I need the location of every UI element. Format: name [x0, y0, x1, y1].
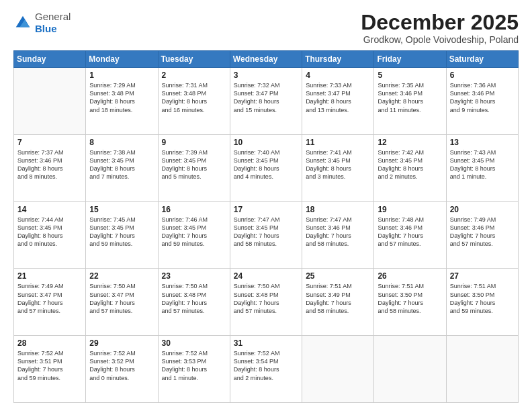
logo: General Blue	[13, 11, 71, 35]
day-info: Sunrise: 7:52 AM Sunset: 3:54 PM Dayligh…	[234, 349, 298, 382]
title-block: December 2025 Grodkow, Opole Voivodeship…	[361, 11, 519, 45]
calendar-cell: 6Sunrise: 7:36 AM Sunset: 3:46 PM Daylig…	[446, 68, 518, 135]
day-info: Sunrise: 7:45 AM Sunset: 3:45 PM Dayligh…	[89, 216, 154, 248]
day-info: Sunrise: 7:29 AM Sunset: 3:48 PM Dayligh…	[89, 81, 154, 114]
day-info: Sunrise: 7:31 AM Sunset: 3:48 PM Dayligh…	[162, 81, 226, 114]
calendar-cell: 29Sunrise: 7:52 AM Sunset: 3:52 PM Dayli…	[86, 336, 158, 403]
day-info: Sunrise: 7:48 AM Sunset: 3:46 PM Dayligh…	[378, 216, 442, 248]
day-info: Sunrise: 7:49 AM Sunset: 3:46 PM Dayligh…	[450, 216, 515, 248]
header: General Blue December 2025 Grodkow, Opol…	[13, 11, 519, 45]
day-number: 13	[450, 138, 515, 147]
day-number: 7	[17, 138, 82, 147]
calendar-cell: 25Sunrise: 7:51 AM Sunset: 3:49 PM Dayli…	[302, 269, 374, 336]
day-number: 10	[234, 138, 298, 147]
calendar-header-sunday: Sunday	[14, 51, 86, 68]
page: General Blue December 2025 Grodkow, Opol…	[0, 0, 532, 411]
day-number: 1	[89, 71, 154, 80]
calendar-cell: 28Sunrise: 7:52 AM Sunset: 3:51 PM Dayli…	[14, 336, 86, 403]
calendar-week-0: 1Sunrise: 7:29 AM Sunset: 3:48 PM Daylig…	[14, 68, 519, 135]
calendar-cell: 14Sunrise: 7:44 AM Sunset: 3:45 PM Dayli…	[14, 201, 86, 269]
logo-general-text: General	[35, 11, 71, 22]
day-info: Sunrise: 7:51 AM Sunset: 3:50 PM Dayligh…	[378, 282, 442, 315]
day-number: 30	[162, 338, 226, 348]
day-info: Sunrise: 7:52 AM Sunset: 3:51 PM Dayligh…	[17, 349, 82, 382]
day-number: 28	[17, 338, 82, 348]
month-title: December 2025	[361, 11, 519, 34]
day-number: 22	[89, 271, 154, 281]
logo-blue-text: Blue	[35, 23, 57, 34]
day-number: 6	[450, 71, 515, 80]
day-number: 23	[162, 271, 226, 281]
calendar-cell: 20Sunrise: 7:49 AM Sunset: 3:46 PM Dayli…	[446, 201, 518, 269]
day-info: Sunrise: 7:39 AM Sunset: 3:45 PM Dayligh…	[162, 148, 226, 181]
calendar-cell: 18Sunrise: 7:47 AM Sunset: 3:46 PM Dayli…	[302, 201, 374, 269]
calendar-header-saturday: Saturday	[446, 51, 518, 68]
day-number: 20	[450, 205, 515, 214]
calendar-week-3: 21Sunrise: 7:49 AM Sunset: 3:47 PM Dayli…	[14, 269, 519, 336]
location: Grodkow, Opole Voivodeship, Poland	[361, 34, 519, 45]
day-number: 26	[378, 271, 442, 281]
calendar-cell: 24Sunrise: 7:50 AM Sunset: 3:48 PM Dayli…	[230, 269, 302, 336]
day-info: Sunrise: 7:50 AM Sunset: 3:47 PM Dayligh…	[89, 282, 154, 315]
day-info: Sunrise: 7:52 AM Sunset: 3:52 PM Dayligh…	[89, 349, 154, 382]
day-info: Sunrise: 7:47 AM Sunset: 3:45 PM Dayligh…	[234, 216, 298, 248]
day-info: Sunrise: 7:36 AM Sunset: 3:46 PM Dayligh…	[450, 81, 515, 114]
calendar-week-4: 28Sunrise: 7:52 AM Sunset: 3:51 PM Dayli…	[14, 336, 519, 403]
calendar-cell: 1Sunrise: 7:29 AM Sunset: 3:48 PM Daylig…	[86, 68, 158, 135]
calendar-cell: 21Sunrise: 7:49 AM Sunset: 3:47 PM Dayli…	[14, 269, 86, 336]
calendar-cell: 27Sunrise: 7:51 AM Sunset: 3:50 PM Dayli…	[446, 269, 518, 336]
day-number: 31	[234, 338, 298, 348]
calendar-cell: 17Sunrise: 7:47 AM Sunset: 3:45 PM Dayli…	[230, 201, 302, 269]
day-info: Sunrise: 7:47 AM Sunset: 3:46 PM Dayligh…	[306, 216, 370, 248]
calendar-week-2: 14Sunrise: 7:44 AM Sunset: 3:45 PM Dayli…	[14, 201, 519, 269]
day-number: 24	[234, 271, 298, 281]
calendar-cell: 26Sunrise: 7:51 AM Sunset: 3:50 PM Dayli…	[374, 269, 446, 336]
calendar-cell: 13Sunrise: 7:43 AM Sunset: 3:45 PM Dayli…	[446, 134, 518, 201]
day-info: Sunrise: 7:51 AM Sunset: 3:50 PM Dayligh…	[450, 282, 515, 315]
calendar-cell	[302, 336, 374, 403]
day-number: 19	[378, 205, 442, 214]
day-info: Sunrise: 7:44 AM Sunset: 3:45 PM Dayligh…	[17, 216, 82, 248]
day-info: Sunrise: 7:42 AM Sunset: 3:45 PM Dayligh…	[378, 148, 442, 181]
day-number: 8	[89, 138, 154, 147]
day-info: Sunrise: 7:51 AM Sunset: 3:49 PM Dayligh…	[306, 282, 370, 315]
day-info: Sunrise: 7:41 AM Sunset: 3:45 PM Dayligh…	[306, 148, 370, 181]
day-number: 15	[89, 205, 154, 214]
day-info: Sunrise: 7:37 AM Sunset: 3:46 PM Dayligh…	[17, 148, 82, 181]
day-number: 9	[162, 138, 226, 147]
day-info: Sunrise: 7:46 AM Sunset: 3:45 PM Dayligh…	[162, 216, 226, 248]
calendar-cell: 8Sunrise: 7:38 AM Sunset: 3:45 PM Daylig…	[86, 134, 158, 201]
day-number: 29	[89, 338, 154, 348]
calendar-cell	[446, 336, 518, 403]
calendar-week-1: 7Sunrise: 7:37 AM Sunset: 3:46 PM Daylig…	[14, 134, 519, 201]
day-number: 11	[306, 138, 370, 147]
calendar-header-wednesday: Wednesday	[230, 51, 302, 68]
day-number: 27	[450, 271, 515, 281]
day-number: 2	[162, 71, 226, 80]
day-info: Sunrise: 7:32 AM Sunset: 3:47 PM Dayligh…	[234, 81, 298, 114]
calendar: SundayMondayTuesdayWednesdayThursdayFrid…	[13, 50, 519, 403]
logo-icon	[13, 13, 32, 32]
day-number: 14	[17, 205, 82, 214]
logo-text: General Blue	[35, 11, 71, 35]
calendar-header-tuesday: Tuesday	[158, 51, 230, 68]
calendar-cell	[374, 336, 446, 403]
calendar-header-row: SundayMondayTuesdayWednesdayThursdayFrid…	[14, 51, 519, 68]
calendar-cell: 16Sunrise: 7:46 AM Sunset: 3:45 PM Dayli…	[158, 201, 230, 269]
calendar-cell: 12Sunrise: 7:42 AM Sunset: 3:45 PM Dayli…	[374, 134, 446, 201]
calendar-header-monday: Monday	[86, 51, 158, 68]
day-info: Sunrise: 7:43 AM Sunset: 3:45 PM Dayligh…	[450, 148, 515, 181]
day-number: 17	[234, 205, 298, 214]
calendar-cell: 23Sunrise: 7:50 AM Sunset: 3:48 PM Dayli…	[158, 269, 230, 336]
day-info: Sunrise: 7:40 AM Sunset: 3:45 PM Dayligh…	[234, 148, 298, 181]
calendar-cell: 5Sunrise: 7:35 AM Sunset: 3:46 PM Daylig…	[374, 68, 446, 135]
calendar-cell: 3Sunrise: 7:32 AM Sunset: 3:47 PM Daylig…	[230, 68, 302, 135]
calendar-header-friday: Friday	[374, 51, 446, 68]
day-number: 16	[162, 205, 226, 214]
calendar-cell: 10Sunrise: 7:40 AM Sunset: 3:45 PM Dayli…	[230, 134, 302, 201]
day-info: Sunrise: 7:38 AM Sunset: 3:45 PM Dayligh…	[89, 148, 154, 181]
day-number: 5	[378, 71, 442, 80]
calendar-cell: 30Sunrise: 7:52 AM Sunset: 3:53 PM Dayli…	[158, 336, 230, 403]
calendar-cell: 2Sunrise: 7:31 AM Sunset: 3:48 PM Daylig…	[158, 68, 230, 135]
calendar-cell: 7Sunrise: 7:37 AM Sunset: 3:46 PM Daylig…	[14, 134, 86, 201]
